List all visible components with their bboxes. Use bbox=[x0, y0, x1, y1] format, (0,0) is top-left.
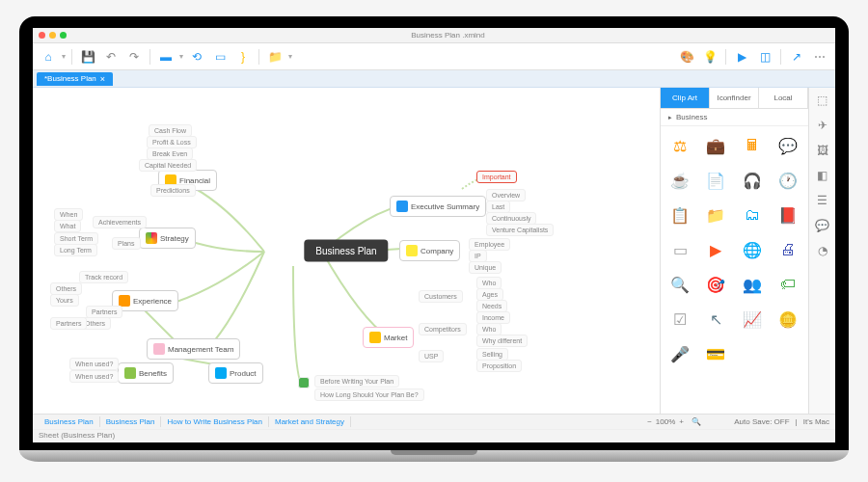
clipart-files[interactable]: 🗂 bbox=[739, 201, 766, 228]
mindmap-canvas[interactable]: Business Plan Financial Cash Flow Profit… bbox=[33, 88, 660, 414]
sub-what[interactable]: What bbox=[54, 220, 81, 232]
window-title: Business Plan .xmind bbox=[67, 31, 829, 40]
sheet-tab-4[interactable]: Market and Strategy bbox=[269, 416, 351, 427]
home-button[interactable]: ⌂ bbox=[39, 47, 58, 67]
sub-longterm[interactable]: Long Term bbox=[54, 244, 97, 256]
relationship-button[interactable]: ⟲ bbox=[187, 47, 206, 67]
branch-market[interactable]: Market bbox=[363, 327, 414, 348]
strategy-icon bbox=[146, 232, 157, 244]
undo-button[interactable]: ↶ bbox=[101, 47, 121, 67]
clipart-clock[interactable]: 🕐 bbox=[774, 167, 801, 194]
sub-capital[interactable]: Capital Needed bbox=[139, 159, 197, 172]
branch-executive[interactable]: Executive Summary bbox=[390, 196, 486, 217]
tool-image[interactable]: 🖼 bbox=[814, 142, 831, 159]
minimize-window-button[interactable] bbox=[49, 32, 56, 39]
sub-usp[interactable]: USP bbox=[419, 350, 444, 362]
clipart-pointer[interactable]: ↖ bbox=[702, 306, 729, 333]
sub-whenused[interactable]: When used? bbox=[69, 358, 119, 370]
tool-comments[interactable]: 💬 bbox=[814, 217, 831, 234]
boundary-button[interactable]: ▭ bbox=[210, 47, 230, 67]
sheet-tab-2[interactable]: Business Plan bbox=[100, 416, 162, 427]
clipart-coffee[interactable]: ☕ bbox=[666, 167, 693, 194]
sheet-tab-1[interactable]: Business Plan bbox=[39, 416, 100, 427]
clipart-scales[interactable]: ⚖ bbox=[666, 132, 693, 159]
maximize-window-button[interactable] bbox=[60, 32, 67, 39]
clipart-people[interactable]: 👥 bbox=[739, 271, 766, 298]
gantt-button[interactable]: ◫ bbox=[755, 47, 774, 67]
summary-button[interactable]: } bbox=[233, 47, 253, 67]
document-tab[interactable]: *Business Plan × bbox=[37, 72, 113, 86]
sidebar-tool-strip: ⬚ ✈ 🖼 ◧ ☰ 💬 ◔ bbox=[808, 88, 835, 414]
quote-icon[interactable] bbox=[298, 377, 310, 388]
marker-button[interactable]: 📁 bbox=[265, 47, 285, 67]
clipart-card[interactable]: 💳 bbox=[702, 340, 729, 367]
insert-topic-button[interactable]: ▬ bbox=[156, 47, 176, 67]
branch-team[interactable]: Management Team bbox=[147, 338, 240, 360]
clipart-printer[interactable]: 🖨 bbox=[774, 236, 801, 263]
present-button[interactable]: ▶ bbox=[732, 47, 751, 67]
zoom-out[interactable]: − bbox=[643, 417, 656, 426]
clipart-notepad[interactable]: 📋 bbox=[666, 201, 693, 228]
user-label: It's Mac bbox=[803, 417, 829, 426]
zoom-level[interactable]: 100% bbox=[656, 417, 675, 426]
tool-notes[interactable]: ☰ bbox=[814, 192, 831, 209]
clipart-window[interactable]: ▭ bbox=[666, 236, 693, 263]
branch-product[interactable]: Product bbox=[208, 362, 263, 384]
theme-button[interactable]: 🎨 bbox=[677, 47, 696, 67]
clipart-document[interactable]: 📄 bbox=[702, 167, 729, 194]
tab-clipart[interactable]: Clip Art bbox=[661, 88, 710, 108]
sub-others2[interactable]: Partners bbox=[50, 317, 87, 330]
tool-send[interactable]: ✈ bbox=[814, 117, 831, 134]
sheet-label: Sheet (Business Plan) bbox=[33, 429, 835, 442]
sheet-tab-3[interactable]: How to Write Business Plan bbox=[161, 416, 269, 427]
sub-competitors[interactable]: Competitors bbox=[419, 323, 467, 335]
tab-local[interactable]: Local bbox=[759, 88, 808, 108]
clipart-chart[interactable]: 📈 bbox=[739, 306, 766, 333]
sub-trackrecord[interactable]: Track record bbox=[79, 271, 128, 283]
sub-customers[interactable]: Customers bbox=[419, 290, 463, 303]
panel-category[interactable]: Business bbox=[661, 109, 808, 126]
zoom-in[interactable]: + bbox=[675, 417, 688, 426]
clipart-checklist[interactable]: ☑ bbox=[666, 306, 693, 333]
save-button[interactable]: 💾 bbox=[78, 47, 97, 67]
tool-task[interactable]: ◔ bbox=[814, 242, 831, 259]
branch-strategy[interactable]: Strategy bbox=[139, 228, 196, 249]
clipart-tag[interactable]: 🏷 bbox=[774, 271, 801, 298]
clipart-folder[interactable]: 📁 bbox=[702, 201, 729, 228]
center-topic[interactable]: Business Plan bbox=[304, 240, 388, 262]
sub-plans[interactable]: Plans bbox=[112, 237, 141, 250]
clipart-calculator[interactable]: 🖩 bbox=[739, 132, 766, 159]
clipart-search[interactable]: 🔍 bbox=[666, 271, 693, 298]
sub-before[interactable]: Before Writing Your Plan bbox=[314, 375, 399, 388]
sub-howlong[interactable]: How Long Should Your Plan Be? bbox=[314, 388, 424, 401]
clipart-microphone[interactable]: 🎤 bbox=[666, 340, 693, 367]
branch-benefits[interactable]: Benefits bbox=[118, 362, 174, 384]
close-window-button[interactable] bbox=[39, 32, 45, 39]
sub-vc[interactable]: Venture Capitalists bbox=[486, 224, 554, 236]
sub-achievements[interactable]: Achievements bbox=[93, 216, 147, 228]
idea-button[interactable]: 💡 bbox=[700, 47, 719, 67]
clipart-book[interactable]: 📕 bbox=[774, 201, 801, 228]
share-button[interactable]: ↗ bbox=[787, 47, 806, 67]
sub-whydiff[interactable]: Why different bbox=[476, 335, 528, 347]
sub-unique[interactable]: Unique bbox=[469, 261, 502, 274]
tool-format[interactable]: ⬚ bbox=[814, 92, 831, 109]
tool-marker[interactable]: ◧ bbox=[814, 167, 831, 184]
branch-company[interactable]: Company bbox=[399, 240, 460, 261]
sub-whenused2[interactable]: When used? bbox=[69, 370, 119, 383]
sub-yours[interactable]: Yours bbox=[50, 294, 79, 307]
clipart-globe[interactable]: 🌐 bbox=[739, 236, 766, 263]
more-button[interactable]: ⋯ bbox=[810, 47, 829, 67]
clipart-coin[interactable]: 🪙 bbox=[774, 306, 801, 333]
note-important[interactable]: Important bbox=[476, 171, 517, 183]
clipart-chat[interactable]: 💬 bbox=[774, 132, 801, 159]
clipart-play[interactable]: ▶ bbox=[702, 236, 729, 263]
clipart-support[interactable]: 🎧 bbox=[739, 167, 766, 194]
redo-button[interactable]: ↷ bbox=[124, 47, 144, 67]
sub-predictions[interactable]: Predictions bbox=[150, 184, 196, 197]
tab-iconfinder[interactable]: Iconfinder bbox=[710, 88, 759, 108]
clipart-target[interactable]: 🎯 bbox=[702, 271, 729, 298]
tab-close-icon[interactable]: × bbox=[100, 74, 105, 84]
sub-proposition[interactable]: Proposition bbox=[476, 360, 522, 372]
clipart-briefcase[interactable]: 💼 bbox=[702, 132, 729, 159]
